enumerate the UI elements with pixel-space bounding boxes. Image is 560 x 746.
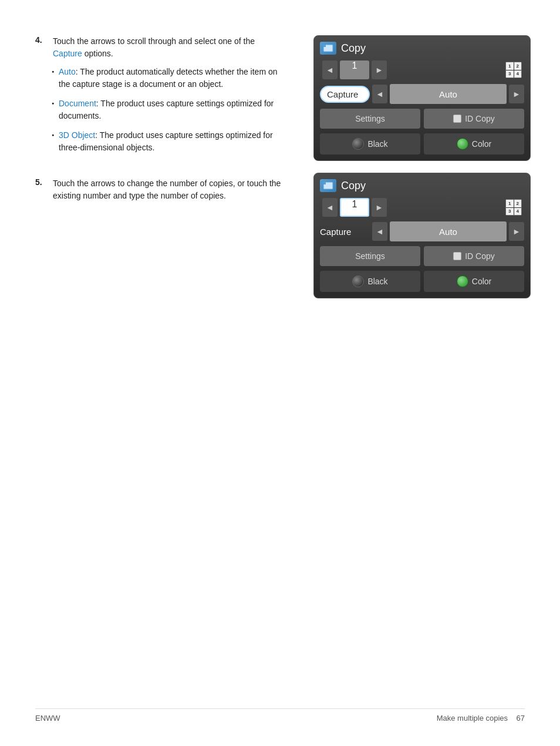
panel-1-icon — [320, 42, 336, 55]
panel-2-black-label: Black — [367, 277, 387, 286]
panel-1-capture-left-arrow[interactable]: ◄ — [372, 85, 387, 103]
grid-cell-6: 2 — [514, 200, 522, 207]
ui-panel-2: Copy ◄ 1 ► 1 2 3 4 Capture ◄ — [313, 173, 531, 298]
panel-2-counter-row: ◄ 1 ► 1 2 3 4 — [320, 198, 524, 217]
panel-1-counter-value[interactable]: 1 — [340, 61, 369, 79]
panel-1-id-copy-button[interactable]: ID Copy — [424, 109, 524, 129]
document-keyword: Document — [59, 99, 96, 108]
panel-2-id-copy-button[interactable]: ID Copy — [424, 246, 524, 266]
panel-2-black-icon — [352, 275, 364, 287]
panel-2-right-arrow[interactable]: ► — [372, 198, 387, 217]
step-4: 4. Touch the arrows to scroll through an… — [35, 35, 284, 161]
panel-2-black-button[interactable]: Black — [320, 271, 420, 292]
auto-text: : The product automatically detects whet… — [59, 67, 278, 89]
panel-1-capture-label[interactable]: Capture — [320, 86, 370, 103]
3dobject-keyword: 3D Object — [59, 130, 95, 140]
bullet-auto: Auto: The product automatically detects … — [53, 66, 284, 90]
panel-1-black-icon — [352, 138, 364, 150]
panel-1-black-label: Black — [367, 139, 387, 149]
panel-1-bottom-row: Black Color — [320, 133, 524, 154]
panel-2-capture-value: Auto — [439, 227, 457, 237]
panel-1-color-icon — [457, 138, 468, 150]
auto-keyword: Auto — [59, 67, 76, 76]
ui-panel-1: Copy ◄ 1 ► 1 2 3 4 Capture ◄ — [313, 35, 531, 161]
step-4-intro: Touch the arrows to scroll through and s… — [53, 35, 284, 60]
step-4-number: 4. — [35, 35, 47, 161]
panel-1-header: Copy — [320, 42, 524, 55]
panel-2-middle-row: Settings ID Copy — [320, 246, 524, 266]
panel-1-capture-value-box: Auto — [390, 84, 507, 104]
svg-marker-1 — [323, 45, 326, 47]
panel-2-color-button[interactable]: Color — [424, 271, 524, 292]
panel-2-capture-left-arrow[interactable]: ◄ — [372, 222, 387, 241]
panel-2-title: Copy — [341, 180, 366, 192]
page-footer: ENWW Make multiple copies 67 — [35, 708, 525, 723]
step-5-text: Touch the arrows to change the number of… — [53, 177, 284, 202]
panel-1-color-label: Color — [472, 139, 491, 149]
grid-cell-5: 1 — [506, 200, 514, 207]
step-4-bullets: Auto: The product automatically detects … — [53, 66, 284, 154]
panel-2-color-label: Color — [472, 277, 491, 286]
panel-2-bottom-row: Black Color — [320, 271, 524, 292]
grid-cell-3: 3 — [506, 70, 514, 78]
panel-2-icon — [320, 179, 336, 192]
panel-1-settings-button[interactable]: Settings — [320, 109, 420, 129]
bullet-document: Document: The product uses capture setti… — [53, 98, 284, 122]
panel-1-capture-row: Capture ◄ Auto ► — [320, 84, 524, 104]
panel-1-counter-row: ◄ 1 ► 1 2 3 4 — [320, 61, 524, 79]
step-5-content: Touch the arrows to change the number of… — [53, 177, 284, 208]
panel-1-middle-row: Settings ID Copy — [320, 109, 524, 129]
bullet-3dobject: 3D Object: The product uses capture sett… — [53, 129, 284, 154]
panel-1-capture-right-arrow[interactable]: ► — [509, 85, 524, 103]
panel-2-color-icon — [457, 275, 468, 287]
grid-cell-1: 1 — [506, 62, 514, 70]
panel-2-id-copy-label: ID Copy — [465, 251, 495, 261]
panel-2-header: Copy — [320, 179, 524, 192]
panel-2-capture-right-arrow[interactable]: ► — [509, 222, 524, 241]
panel-1-title: Copy — [341, 42, 366, 55]
panel-2-capture-value-box: Auto — [390, 221, 507, 241]
grid-cell-2: 2 — [514, 62, 522, 70]
step-5-number: 5. — [35, 177, 47, 208]
panel-1-counter-controls[interactable]: ◄ 1 ► — [322, 61, 387, 79]
right-column: Copy ◄ 1 ► 1 2 3 4 Capture ◄ — [313, 35, 531, 298]
panel-1-color-button[interactable]: Color — [424, 133, 524, 154]
grid-icon-1: 1 2 3 4 — [505, 62, 522, 78]
panel-2-settings-button[interactable]: Settings — [320, 246, 420, 266]
panel-2-capture-label: Capture — [320, 227, 370, 237]
grid-cell-8: 4 — [514, 208, 522, 216]
panel-1-black-button[interactable]: Black — [320, 133, 420, 154]
step-5: 5. Touch the arrows to change the number… — [35, 177, 284, 208]
panel-1-id-copy-checkbox — [453, 115, 461, 123]
grid-cell-4: 4 — [514, 70, 522, 78]
panel-1-id-copy-label: ID Copy — [465, 114, 495, 123]
panel-2-id-copy-checkbox — [453, 252, 461, 260]
grid-cell-7: 3 — [506, 208, 514, 216]
capture-link: Capture — [53, 49, 82, 58]
panel-2-left-arrow[interactable]: ◄ — [322, 198, 338, 217]
panel-1-right-arrow[interactable]: ► — [372, 61, 387, 79]
panel-1-capture-value: Auto — [439, 89, 457, 99]
svg-marker-3 — [323, 182, 326, 184]
grid-icon-2: 1 2 3 4 — [505, 199, 522, 216]
panel-1-left-arrow[interactable]: ◄ — [322, 61, 338, 79]
footer-left: ENWW — [35, 714, 60, 723]
panel-2-capture-row: Capture ◄ Auto ► — [320, 221, 524, 241]
panel-2-counter-controls[interactable]: ◄ 1 ► — [322, 198, 387, 217]
panel-2-counter-value[interactable]: 1 — [340, 198, 369, 217]
footer-right: Make multiple copies 67 — [437, 714, 525, 723]
step-4-content: Touch the arrows to scroll through and s… — [53, 35, 284, 161]
